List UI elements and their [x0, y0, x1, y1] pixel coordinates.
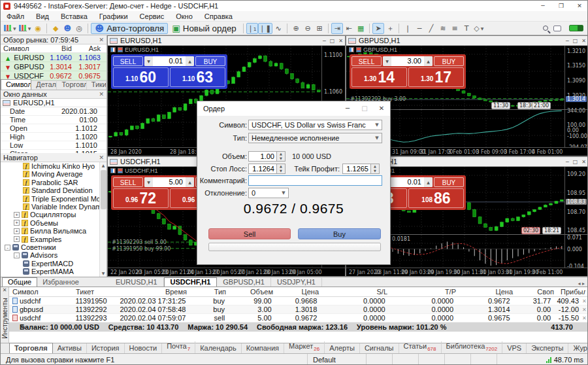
market-watch-tab-Тики[interactable]: Тики [87, 80, 106, 90]
navigator-item-Объемы[interactable]: +fОбъемы [1, 219, 99, 227]
close-position-icon[interactable]: ✕ [582, 307, 588, 313]
bar-chart-icon[interactable]: ❘₁ [246, 23, 258, 34]
take-profit-input[interactable] [342, 164, 371, 174]
column-header-Тип[interactable]: Тип [190, 288, 229, 296]
menu-Вид[interactable]: Вид [30, 11, 55, 22]
chart-maximize-button[interactable]: □ [573, 38, 578, 44]
toolbox-tab-История[interactable]: История [87, 343, 125, 353]
toolbox-vertical-tab[interactable]: Инструменты [1, 294, 8, 343]
buy-price-tile[interactable]: 1.3017 [408, 67, 464, 87]
toolbox-tab-Журнал[interactable]: Журнал [568, 343, 588, 353]
buy-price-tile[interactable]: 1.1063 [170, 67, 225, 87]
market-watch-col-header[interactable]: Ask [74, 44, 103, 52]
market-watch-tab-Символы[interactable]: Символы [1, 79, 31, 90]
chart-window-titlebar[interactable]: GBPUSD,H1─□✕ [346, 36, 588, 46]
sell-price-tile[interactable]: 0.9672 [113, 188, 169, 208]
navigator-close-icon[interactable]: ✕ [99, 154, 104, 161]
navigator-item-ExpertMACD[interactable]: ExpertMACD [1, 260, 99, 268]
toolbox-tab-Библиотека[interactable]: Библиотека7202 [442, 341, 503, 353]
trade-table-row[interactable]: usdchf113919502020.02.03 17:31:25buy99.0… [9, 297, 588, 305]
buy-price-tile[interactable]: 10886 [408, 188, 464, 208]
navigator-item-Variable Index Dynamic A[interactable]: fVariable Index Dynamic A [1, 203, 99, 211]
market-watch-col-header[interactable]: Символ [1, 44, 42, 52]
column-header-T/P[interactable]: T/P [391, 288, 459, 296]
trade-table-row[interactable]: gbpusd113922922020.02.04 07:58:48buy3.00… [9, 305, 588, 314]
take-profit-spin-buttons[interactable]: ▲▼ [371, 164, 380, 174]
dialog-close-button[interactable]: ✕ [373, 101, 390, 116]
column-header-Тикет[interactable]: Тикет [73, 288, 118, 296]
one-click-volume-stepper[interactable]: ▼0.01▲ [144, 56, 194, 66]
column-header-Символ[interactable]: Символ [9, 288, 73, 296]
chart-maximize-button[interactable]: □ [330, 38, 335, 44]
menu-Окно[interactable]: Окно [170, 11, 199, 22]
chart-minimize-button[interactable]: ─ [323, 38, 326, 44]
search-icon[interactable] [543, 26, 548, 31]
chart-shift-end-icon[interactable]: ⇥ [331, 23, 343, 34]
expand-plus-icon[interactable]: + [14, 236, 20, 242]
column-header-Прибыль[interactable]: Прибыль [557, 288, 585, 296]
market-watch-row[interactable]: ▼GBPUSD1.30141.3017 [1, 62, 106, 71]
symbol-select[interactable]: USDCHF, US Dollar vs Swiss Franc ▼ [248, 120, 382, 130]
window-close-button[interactable]: ✕ [570, 1, 588, 11]
navigator-item-ExpertMAMA[interactable]: ExpertMAMA [1, 268, 99, 275]
tile-windows-icon[interactable]: ⊞ [314, 23, 325, 34]
chart-maximize-button[interactable]: □ [573, 159, 578, 165]
window-maximize-button[interactable]: ❐ [552, 1, 570, 11]
menu-Справка[interactable]: Справка [199, 11, 238, 22]
volume-up-icon[interactable]: ▲ [424, 177, 433, 187]
navigator-item-Билла Вильямса[interactable]: +fБилла Вильямса [1, 227, 99, 235]
expand-plus-icon[interactable]: + [14, 228, 20, 234]
status-profile[interactable]: Default [308, 354, 367, 365]
data-window-close-icon[interactable]: ✕ [99, 91, 104, 97]
navigator-icon[interactable]: ☻ [61, 23, 73, 34]
text-tool-icon[interactable]: T [461, 23, 472, 34]
market-watch-tab-Торговля[interactable]: Торговля [57, 80, 86, 90]
navigator-item-Ichimoku Kinko Hyo[interactable]: fIchimoku Kinko Hyo [1, 162, 99, 170]
chart-tab-GBPUSD,H1[interactable]: GBPUSD,H1 [217, 278, 271, 287]
vertical-line-icon[interactable]: ❘ [402, 23, 414, 34]
auto-scroll-icon[interactable]: ⇤ [343, 23, 355, 34]
window-minimize-button[interactable]: ─ [534, 1, 552, 11]
toolbox-close-icon[interactable]: ✕ [1, 287, 8, 293]
volume-down-icon[interactable]: ▼ [383, 56, 391, 66]
chart-tab-USDJPY,H1[interactable]: USDJPY,H1 [271, 278, 322, 287]
channel-icon[interactable]: ≡ [449, 23, 461, 34]
line-chart-icon[interactable]: ∿ [272, 23, 284, 34]
market-watch-row[interactable]: ▲EURUSD1.10601.1063 [1, 53, 106, 62]
navigator-item-Осцилляторы[interactable]: +fОсцилляторы [1, 211, 99, 218]
expand-plus-icon[interactable]: + [14, 212, 20, 218]
chart-close-button[interactable]: ✕ [581, 38, 586, 44]
navigator-item-Examples[interactable]: +fExamples [1, 235, 99, 243]
toolbox-tab-Эксперты[interactable]: Эксперты [527, 343, 568, 353]
order-dialog-titlebar[interactable]: Ордер ─ □ ✕ [197, 101, 390, 116]
expand-balance-icon[interactable]: ⊕ [20, 324, 25, 331]
toolbox-tab-Статьи[interactable]: Статьи678 [399, 341, 442, 353]
comment-input[interactable] [248, 175, 382, 186]
collapse-minus-icon[interactable]: - [5, 245, 10, 251]
cursor-icon[interactable]: ➤ [372, 23, 384, 34]
chart-tabs-scroll-arrows[interactable]: ◂ ▸ [578, 281, 588, 287]
toolbox-tab-Почта[interactable]: Почта7 [162, 341, 195, 353]
volume-down-icon[interactable]: ▼ [144, 177, 153, 187]
navigator-item-Советники[interactable]: -Советники [1, 243, 99, 251]
column-header-Время[interactable]: Время [118, 288, 190, 296]
one-click-buy-button[interactable]: BUY [434, 56, 464, 66]
dialog-maximize-button[interactable]: □ [356, 101, 373, 116]
one-click-sell-button[interactable]: SELL [113, 56, 143, 66]
buy-button[interactable]: Buy [298, 228, 381, 239]
chart-minimize-button[interactable]: ─ [566, 38, 569, 44]
deviation-select[interactable]: 0 ▼ [248, 188, 289, 198]
stop-loss-input[interactable] [248, 164, 277, 174]
volume-up-icon[interactable]: ▲ [186, 56, 194, 66]
toolbox-tab-Новости[interactable]: Новости [125, 343, 163, 353]
volume-up-icon[interactable]: ▲ [424, 56, 433, 66]
zoom-out-icon[interactable]: ⊖ [302, 23, 314, 34]
trade-table-row[interactable]: usdchf113922932020.02.04 07:59:07sell5.0… [9, 314, 588, 322]
templates-icon[interactable]: ▦ [355, 23, 367, 34]
toolbox-tab-Сигналы[interactable]: Сигналы [360, 343, 399, 353]
toolbox-tab-Маркет[interactable]: Маркет26 [284, 341, 325, 353]
toolbox-tab-Алерты[interactable]: Алерты [325, 343, 360, 353]
navigator-scrollbar[interactable]: ▲ ▼ [99, 162, 106, 277]
order-type-select[interactable]: Немедленное исполнение ▼ [248, 133, 382, 143]
one-click-buy-button[interactable]: BUY [434, 177, 464, 187]
